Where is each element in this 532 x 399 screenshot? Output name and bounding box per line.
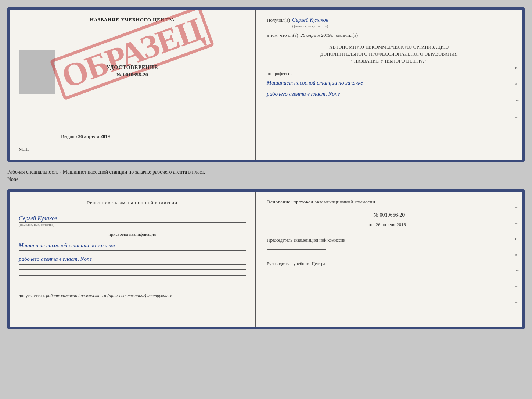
qual-line1: Машинист насосной станции по закачке [19, 240, 246, 251]
profession-block-top: по профессии Машинист насосной станции п… [267, 71, 511, 100]
page-wrapper: НАЗВАНИЕ УЧЕБНОГО ЦЕНТРА ОБРАЗЕЦ УДОСТОВ… [7, 7, 525, 329]
protocol-num: № 0010656-20 [267, 212, 511, 218]
okonchil-label: окончил(а) [336, 32, 358, 38]
dopuskaetsya-value: работе согласно должностным (производств… [46, 293, 172, 298]
photo-placeholder [19, 50, 55, 94]
person-name-bottom: Сергей Кулаков [19, 215, 246, 223]
poluchil-label: Получил(а) [267, 17, 290, 23]
udostoverenie-block: УДОСТОВЕРЕНИЕ № 0010656-20 [107, 65, 158, 78]
vtom-label: в том, что он(а) [267, 32, 298, 38]
date-line-top: в том, что он(а) 26 апреля 2019г. окончи… [267, 32, 511, 39]
recipient-name: Сергей Кулаков [292, 17, 328, 24]
top-left-panel: НАЗВАНИЕ УЧЕБНОГО ЦЕНТРА ОБРАЗЕЦ УДОСТОВ… [10, 10, 256, 160]
mp-line: М.П. [19, 146, 29, 152]
top-document: НАЗВАНИЕ УЧЕБНОГО ЦЕНТРА ОБРАЗЕЦ УДОСТОВ… [7, 7, 525, 162]
subtitle-block: Рабочая специальность - Машинист насосно… [7, 165, 525, 186]
bottom-document: Решением экзаменационной комиссии Сергей… [7, 189, 525, 329]
chairman-label: Председатель экзаменационной комиссии [267, 237, 511, 243]
osnov-label: Основание: протокол экзаменационной коми… [267, 199, 511, 205]
subtitle-text1: Рабочая специальность - Машинист насосно… [7, 169, 205, 175]
dash-top: – [330, 17, 333, 23]
org-block: АВТОНОМНУЮ НЕКОММЕРЧЕСКУЮ ОРГАНИЗАЦИЮ ДО… [267, 44, 511, 65]
right-edge-dashes: – – и а ← – – [515, 32, 520, 136]
po-professii: по профессии [267, 71, 511, 76]
protocol-date: от 26 апреля 2019 – [267, 222, 511, 228]
rukov-signature-line [267, 273, 326, 273]
bottom-left-panel: Решением экзаменационной комиссии Сергей… [10, 192, 256, 327]
chairman-signature-line [267, 249, 326, 250]
protocol-date-value: 26 апреля 2019 [375, 222, 406, 228]
bottom-right-edge-dashes: – – – и а ← – – [515, 189, 520, 305]
ot-label: от [369, 222, 373, 227]
rukov-block: Руководитель учебного Центра [267, 260, 511, 275]
bottom-right-panel: Основание: протокол экзаменационной коми… [256, 192, 522, 327]
dopuskaetsya-block: допускается к работе согласно должностны… [19, 292, 246, 299]
top-right-panel: Получил(а) Сергей Кулаков (фамилия, имя,… [256, 10, 522, 160]
udostoverenie-title: УДОСТОВЕРЕНИЕ [107, 65, 158, 71]
institution-name-top: НАЗВАНИЕ УЧЕБНОГО ЦЕНТРА [90, 17, 175, 23]
vydano-line: Выдано 26 апреля 2019 [61, 133, 110, 139]
vydano-label: Выдано [61, 133, 77, 139]
qual-line2: рабочего агента в пласт, None [19, 254, 246, 265]
org-line2: ДОПОЛНИТЕЛЬНОГО ПРОФЕССИОНАЛЬНОГО ОБРАЗО… [267, 51, 511, 58]
rukov-label: Руководитель учебного Центра [267, 260, 511, 267]
family-sublabel-bottom: (фамилия, имя, отчество) [19, 223, 246, 227]
family-label-top: (фамилия, имя, отчество) [292, 24, 328, 28]
recipient-line: Получил(а) Сергей Кулаков (фамилия, имя,… [267, 17, 511, 28]
prisvoena-label: присвоена квалификация [19, 232, 246, 237]
date-value-top: 26 апреля 2019г. [301, 32, 334, 39]
commission-title: Решением экзаменационной комиссии [19, 199, 246, 206]
subtitle-text2: None [7, 177, 18, 182]
chairman-block: Председатель экзаменационной комиссии [267, 237, 511, 251]
org-line3: " НАЗВАНИЕ УЧЕБНОГО ЦЕНТРА " [267, 58, 511, 65]
profession-line2-top: рабочего агента в пласт, None [267, 89, 511, 100]
org-line1: АВТОНОМНУЮ НЕКОММЕРЧЕСКУЮ ОРГАНИЗАЦИЮ [267, 44, 511, 51]
dopuskaetsya-label: допускается к [19, 293, 45, 298]
udostoverenie-num: № 0010656-20 [107, 72, 158, 78]
vydano-date: 26 апреля 2019 [78, 133, 110, 139]
profession-line1-top: Машинист насосной станции по закачке [267, 78, 511, 89]
